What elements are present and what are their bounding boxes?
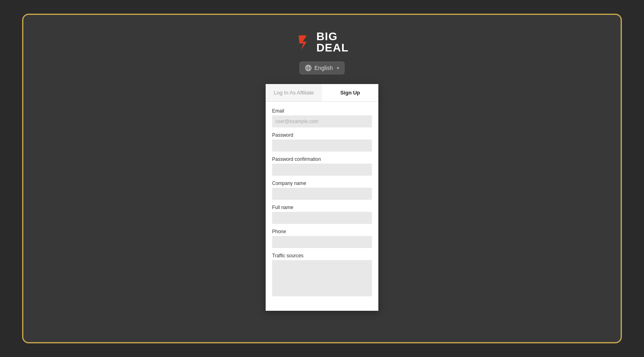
language-label: English [314,65,333,71]
full-name-label: Full name [272,205,372,210]
phone-input[interactable] [272,236,372,248]
language-selector[interactable]: English ▾ [299,62,345,74]
company-name-group: Company name [272,181,372,200]
password-confirmation-input[interactable] [272,164,372,176]
phone-group: Phone [272,229,372,248]
traffic-sources-label: Traffic sources [272,253,372,259]
password-group: Password [272,132,372,152]
tabs-container: Log In As Affiliate Sign Up [266,84,378,102]
main-container: BIG DEAL English ▾ Log In As Affiliate S… [22,14,622,343]
tab-login[interactable]: Log In As Affiliate [266,84,322,101]
company-name-input[interactable] [272,188,372,200]
full-name-input[interactable] [272,212,372,224]
company-name-label: Company name [272,181,372,186]
svg-marker-0 [299,35,307,50]
full-name-group: Full name [272,205,372,224]
password-input[interactable] [272,140,372,152]
tab-signup[interactable]: Sign Up [322,84,378,101]
traffic-sources-group: Traffic sources [272,253,372,298]
logo: BIG DEAL [295,31,349,53]
password-label: Password [272,132,372,138]
password-confirmation-label: Password confirmation [272,156,372,162]
phone-label: Phone [272,229,372,234]
globe-icon [305,64,312,72]
logo-icon [295,33,314,51]
email-group: Email [272,108,372,127]
signup-form: Email Password Password confirmation Com… [266,102,378,311]
email-input[interactable] [272,115,372,127]
chevron-down-icon: ▾ [337,66,339,71]
email-label: Email [272,108,372,114]
logo-text: BIG DEAL [316,31,349,53]
auth-card: Log In As Affiliate Sign Up Email Passwo… [266,84,378,311]
password-confirmation-group: Password confirmation [272,156,372,176]
traffic-sources-input[interactable] [272,260,372,296]
